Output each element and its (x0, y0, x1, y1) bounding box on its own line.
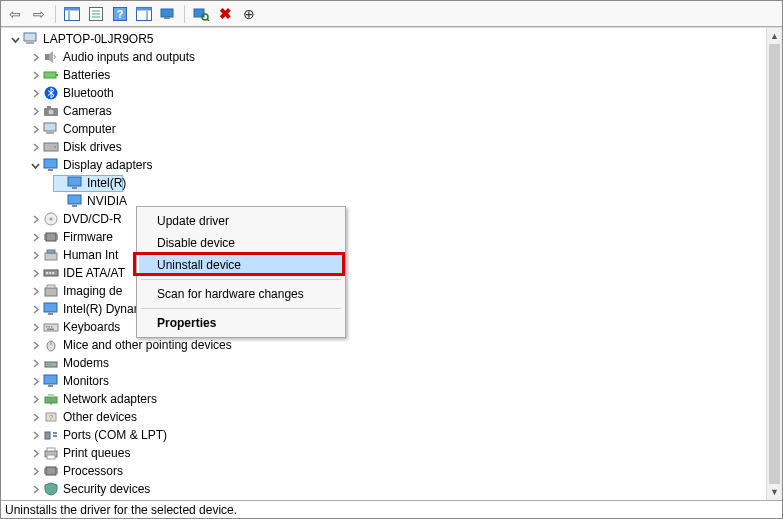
scroll-thumb[interactable] (769, 44, 780, 484)
tree-category[interactable]: Cameras (1, 102, 766, 120)
tree-category[interactable]: Processors (1, 462, 766, 480)
context-menu-item[interactable]: Uninstall device (139, 254, 343, 276)
svg-text:?: ? (49, 413, 54, 422)
expand-toggle[interactable] (29, 87, 41, 99)
tree-category[interactable]: Bluetooth (1, 84, 766, 102)
tree-category[interactable]: Imaging de (1, 282, 766, 300)
svg-rect-46 (47, 250, 55, 253)
scroll-down-button[interactable]: ▼ (767, 484, 782, 500)
tree-category[interactable]: Modems (1, 354, 766, 372)
back-button[interactable]: ⇦ (3, 3, 27, 25)
scan-hardware-button[interactable] (189, 3, 213, 25)
svg-rect-72 (45, 432, 50, 439)
context-menu-item[interactable]: Properties (139, 312, 343, 334)
expand-toggle[interactable] (29, 375, 41, 387)
properties-button[interactable] (84, 3, 108, 25)
uninstall-button[interactable]: ✖ (213, 3, 237, 25)
expand-toggle[interactable] (29, 231, 41, 243)
disable-down-icon: ⊕ (243, 6, 255, 22)
show-hidden-button[interactable] (60, 3, 84, 25)
tree-category[interactable]: Firmware (1, 228, 766, 246)
tree-category[interactable]: Security devices (1, 480, 766, 498)
expand-toggle[interactable] (29, 321, 41, 333)
category-icon (43, 265, 59, 281)
category-icon (43, 49, 59, 65)
tree-category[interactable]: Network adapters (1, 390, 766, 408)
svg-rect-68 (48, 394, 54, 397)
context-menu-item[interactable]: Disable device (139, 232, 343, 254)
tree-category[interactable]: Ports (COM & LPT) (1, 426, 766, 444)
device-tree[interactable]: LAPTOP-0LJR9OR5 Audio inputs and outputs… (1, 28, 766, 500)
tree-category[interactable]: Monitors (1, 372, 766, 390)
svg-point-37 (50, 218, 53, 221)
svg-rect-10 (137, 7, 152, 10)
expand-toggle[interactable] (29, 303, 41, 315)
expand-toggle[interactable] (29, 483, 41, 495)
expand-toggle[interactable] (29, 285, 41, 297)
category-label: Mice and other pointing devices (63, 338, 232, 352)
expand-toggle[interactable] (29, 411, 41, 423)
svg-point-74 (55, 432, 57, 434)
disable-button[interactable]: ⊕ (237, 3, 261, 25)
category-label: Keyboards (63, 320, 120, 334)
svg-rect-12 (161, 9, 173, 17)
tree-category[interactable]: DVD/CD-R (1, 210, 766, 228)
tree-category[interactable]: Audio inputs and outputs (1, 48, 766, 66)
expand-toggle[interactable] (29, 465, 41, 477)
expand-toggle[interactable] (29, 213, 41, 225)
svg-rect-18 (26, 42, 34, 44)
help-button[interactable]: ? (108, 3, 132, 25)
context-menu-item[interactable]: Update driver (139, 210, 343, 232)
tree-category[interactable]: Human Int (1, 246, 766, 264)
svg-rect-31 (48, 169, 53, 171)
category-label: Audio inputs and outputs (63, 50, 195, 64)
forward-button[interactable]: ⇨ (27, 3, 51, 25)
tree-root[interactable]: LAPTOP-0LJR9OR5 (1, 30, 766, 48)
tree-category[interactable]: Print queues (1, 444, 766, 462)
expand-toggle[interactable] (29, 141, 41, 153)
category-label: Print queues (63, 446, 130, 460)
expand-toggle[interactable] (29, 159, 41, 171)
tree-category[interactable]: Disk drives (1, 138, 766, 156)
vertical-scrollbar[interactable]: ▲ ▼ (766, 28, 782, 500)
action-pane-icon (136, 7, 152, 21)
tree-category[interactable]: Display adapters (1, 156, 766, 174)
expand-toggle[interactable] (29, 69, 41, 81)
category-label: Monitors (63, 374, 109, 388)
tree-category[interactable]: Mice and other pointing devices (1, 336, 766, 354)
category-icon (43, 247, 59, 263)
scroll-up-button[interactable]: ▲ (767, 28, 782, 44)
connect-remote-button[interactable] (156, 3, 180, 25)
expand-toggle[interactable] (29, 123, 41, 135)
expand-toggle[interactable] (29, 51, 41, 63)
tree-device[interactable]: NVIDIA (1, 192, 766, 210)
context-menu-separator (141, 279, 341, 280)
expand-toggle[interactable] (29, 339, 41, 351)
tree-device[interactable]: Intel(R) (1, 174, 766, 192)
tree-category[interactable]: Computer (1, 120, 766, 138)
tree-category[interactable]: ?Other devices (1, 408, 766, 426)
expand-toggle[interactable] (9, 33, 21, 45)
scan-hardware-icon (193, 7, 209, 21)
svg-rect-20 (44, 72, 56, 78)
context-menu: Update driverDisable deviceUninstall dev… (136, 206, 346, 338)
device-icon (67, 193, 83, 209)
expand-toggle[interactable] (29, 447, 41, 459)
context-menu-item[interactable]: Scan for hardware changes (139, 283, 343, 305)
expand-toggle[interactable] (29, 357, 41, 369)
svg-rect-21 (56, 74, 58, 76)
expand-toggle[interactable] (29, 105, 41, 117)
expand-toggle[interactable] (29, 393, 41, 405)
svg-rect-57 (49, 326, 51, 328)
svg-rect-78 (47, 448, 55, 451)
tree-category[interactable]: IDE ATA/AT (1, 264, 766, 282)
expand-toggle[interactable] (29, 267, 41, 279)
tree-category[interactable]: Intel(R) Dynamic Platform and Thermal Fr… (1, 300, 766, 318)
tree-category[interactable]: Batteries (1, 66, 766, 84)
tree-category[interactable]: Keyboards (1, 318, 766, 336)
svg-rect-38 (46, 233, 56, 241)
expand-toggle[interactable] (29, 249, 41, 261)
category-icon (43, 445, 59, 461)
action-pane-button[interactable] (132, 3, 156, 25)
expand-toggle[interactable] (29, 429, 41, 441)
